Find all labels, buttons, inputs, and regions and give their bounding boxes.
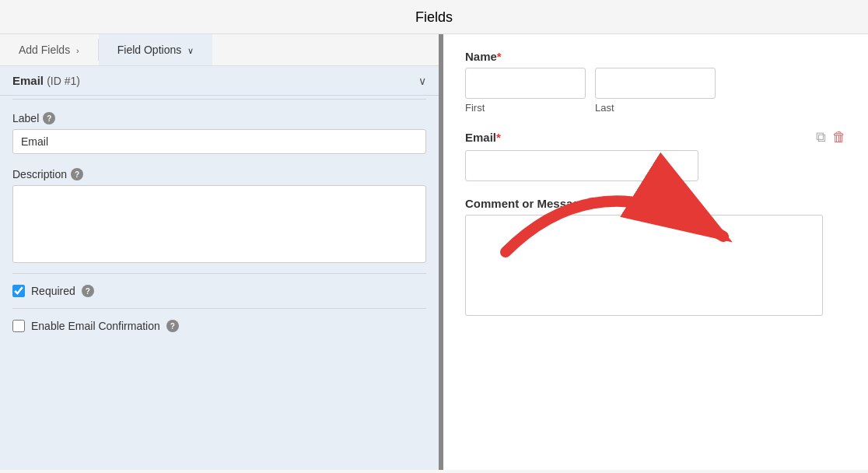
name-label-row: Name* — [465, 50, 846, 63]
message-field-group: Comment or Message* — [465, 197, 846, 316]
add-fields-arrow-icon: › — [76, 46, 79, 55]
field-id: (ID #1) — [47, 75, 80, 87]
label-help-icon[interactable]: ? — [43, 112, 55, 124]
required-row: Required ? — [0, 277, 439, 305]
required-checkbox[interactable] — [12, 285, 25, 297]
section-divider-3 — [12, 308, 426, 309]
last-label: Last — [595, 102, 716, 114]
email-field-label: Email* — [465, 131, 501, 144]
page-title: Fields — [415, 9, 453, 25]
first-name-wrap: First — [465, 68, 586, 114]
field-options-arrow-icon: ∨ — [187, 46, 194, 55]
last-name-wrap: Last — [595, 68, 716, 114]
message-label-row: Comment or Message* — [465, 197, 846, 210]
email-field-actions: ⧉ 🗑 — [816, 129, 846, 145]
tab-add-fields[interactable]: Add Fields › — [0, 34, 98, 65]
tab-field-options[interactable]: Field Options ∨ — [99, 34, 212, 65]
left-panel: Add Fields › Field Options ∨ Email (ID #… — [0, 34, 443, 470]
last-name-input[interactable] — [595, 68, 716, 99]
email-field-group: Email* ⧉ 🗑 — [465, 129, 846, 181]
name-inputs-group: First Last — [465, 68, 846, 114]
required-label[interactable]: Required — [31, 285, 75, 297]
field-collapse-icon[interactable]: ∨ — [418, 75, 426, 87]
label-field-label: Label ? — [12, 112, 426, 124]
email-input[interactable] — [465, 150, 698, 181]
field-header: Email (ID #1) ∨ — [0, 66, 439, 96]
name-required-star: * — [497, 50, 502, 63]
description-textarea[interactable] — [12, 185, 426, 263]
email-confirmation-checkbox[interactable] — [12, 320, 25, 332]
field-title: Email (ID #1) — [12, 74, 80, 87]
label-input[interactable] — [12, 129, 426, 154]
name-field-label: Name* — [465, 50, 502, 63]
email-confirmation-row: Enable Email Confirmation ? — [0, 312, 439, 340]
trash-icon[interactable]: 🗑 — [832, 129, 846, 145]
message-textarea[interactable] — [465, 215, 823, 316]
tab-bar: Add Fields › Field Options ∨ — [0, 34, 439, 66]
first-label: First — [465, 102, 586, 114]
email-confirmation-label[interactable]: Enable Email Confirmation — [31, 320, 160, 332]
first-name-input[interactable] — [465, 68, 586, 99]
section-divider-2 — [12, 273, 426, 274]
label-group: Label ? — [0, 103, 439, 159]
description-group: Description ? — [0, 159, 439, 270]
right-panel: Name* First Last Email* — [443, 34, 868, 470]
email-confirmation-help-icon[interactable]: ? — [166, 320, 179, 332]
copy-icon[interactable]: ⧉ — [816, 129, 826, 145]
email-required-star: * — [496, 131, 501, 144]
description-help-icon[interactable]: ? — [71, 168, 83, 180]
name-field-group: Name* First Last — [465, 50, 846, 114]
section-divider — [12, 99, 426, 100]
required-help-icon[interactable]: ? — [82, 285, 94, 297]
description-field-label: Description ? — [12, 168, 426, 180]
email-label-row: Email* ⧉ 🗑 — [465, 129, 846, 145]
message-required-star: * — [586, 197, 591, 210]
message-field-label: Comment or Message* — [465, 197, 591, 210]
